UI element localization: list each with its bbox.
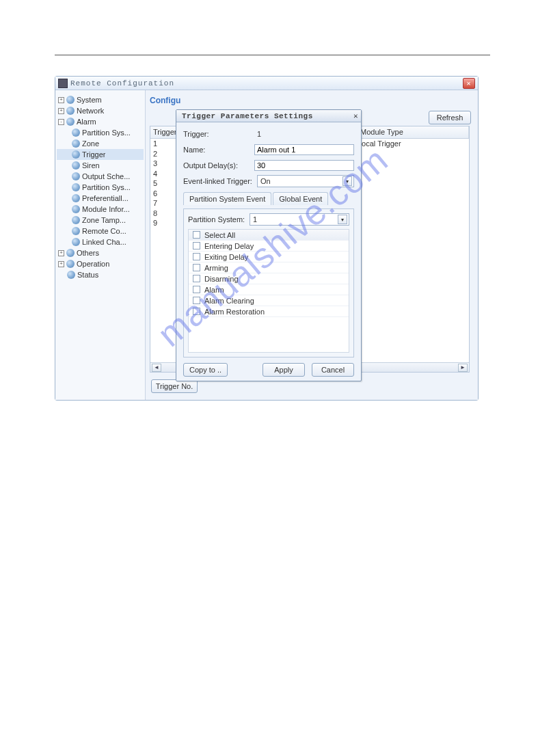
tree-node-alarm[interactable]: -Alarm [57,116,144,127]
globe-icon [66,118,75,126]
trigger-value: 1 [257,130,261,138]
cancel-button[interactable]: Cancel [312,363,354,377]
tree-label: Network [77,107,104,115]
event-label: Alarm Restoration [204,308,265,316]
tree-node-zone[interactable]: Zone [57,138,144,149]
tab-global-event[interactable]: Global Event [273,192,328,205]
checkbox-icon[interactable] [193,242,200,249]
tree-label: Status [77,271,98,279]
event-row[interactable]: Disarming [189,273,349,284]
checkbox-icon[interactable] [193,308,200,315]
tree-node-preferentiall-[interactable]: Preferentiall... [57,193,144,204]
trigger-label: Trigger: [183,130,257,138]
name-input[interactable] [254,144,354,155]
config-heading: Configu [150,96,180,105]
select-all-row[interactable]: Select All [189,230,349,241]
tree-node-partition-sys-[interactable]: Partition Sys... [57,182,144,193]
tree-node-siren[interactable]: Siren [57,160,144,171]
name-label: Name: [183,146,254,154]
globe-icon [66,260,75,268]
expand-icon[interactable]: + [58,250,64,256]
event-row[interactable]: Alarm Restoration [189,306,349,317]
event-row[interactable]: Entering Delay [189,241,349,252]
tree-label: Zone Tamp... [82,216,126,224]
globe-icon [72,172,80,180]
globe-icon [72,161,80,170]
globe-icon [72,139,80,148]
tree-label: Preferentiall... [82,194,129,202]
globe-icon [72,216,80,224]
checkbox-icon[interactable] [193,253,200,260]
tree-label: Remote Co... [82,227,126,235]
checkbox-icon[interactable] [193,231,200,239]
tree-label: Zone [82,139,99,148]
output-delay-label: Output Delay(s): [183,161,254,170]
tree-node-trigger[interactable]: Trigger [57,149,144,160]
tree-node-module-infor-[interactable]: Module Infor... [57,204,144,215]
globe-icon [66,96,75,104]
tree-label: Operation [77,260,109,268]
tree-node-operation[interactable]: +Operation [57,258,144,269]
globe-icon [72,205,80,213]
event-label: Alarm [204,286,224,294]
dialog-close-button[interactable]: ✕ [353,111,358,120]
expand-icon[interactable]: + [58,97,64,103]
trigger-parameters-dialog: Trigger Parameters Settings ✕ Trigger: 1… [176,109,362,381]
tree-label: Alarm [77,118,96,126]
event-label: Alarm Clearing [204,297,254,305]
checkbox-icon[interactable] [193,275,200,282]
collapse-icon[interactable]: - [58,119,64,125]
tree-node-network[interactable]: +Network [57,105,144,116]
tree-node-partition-sys-[interactable]: Partition Sys... [57,127,144,138]
globe-icon [72,150,80,159]
tree-label: Others [77,249,99,257]
event-row[interactable]: Exiting Delay [189,252,349,262]
globe-icon [72,183,80,191]
copy-to-button[interactable]: Copy to .. [183,363,228,377]
tree-node-linked-cha-[interactable]: Linked Cha... [57,237,144,247]
event-label: Entering Delay [204,242,254,250]
tree-node-zone-tamp-[interactable]: Zone Tamp... [57,215,144,226]
scroll-right-button[interactable]: ► [458,364,468,372]
apply-button[interactable]: Apply [263,363,305,377]
event-linked-select[interactable]: On ▾ [257,175,354,187]
window-close-button[interactable]: ✕ [463,78,475,89]
tree-node-output-sche-[interactable]: Output Sche... [57,171,144,182]
tree-label: Siren [82,161,100,170]
globe-icon [66,249,75,257]
checkbox-icon[interactable] [193,264,200,271]
col-module-type[interactable]: Module Type [358,126,469,138]
partition-system-select[interactable]: 1 ▾ [250,213,349,226]
chevron-down-icon: ▾ [338,215,347,224]
output-delay-input[interactable] [254,160,354,171]
scroll-left-button[interactable]: ◄ [152,364,161,372]
checkbox-icon[interactable] [193,297,200,304]
tree-label: Partition Sys... [82,183,131,191]
globe-icon [72,194,80,202]
trigger-no-button[interactable]: Trigger No. [151,379,198,393]
tree-node-others[interactable]: +Others [57,247,144,258]
globe-icon [72,238,80,246]
event-row[interactable]: Alarm [189,284,349,295]
tree-node-remote-co-[interactable]: Remote Co... [57,226,144,237]
tab-partition-system-event[interactable]: Partition System Event [183,192,271,205]
tree-label: Partition Sys... [82,129,131,137]
event-label: Arming [204,264,228,272]
dialog-title: Trigger Parameters Settings [182,112,313,120]
tree-label: Linked Cha... [82,238,126,246]
refresh-button[interactable]: Refresh [429,111,471,124]
window-titlebar: Remote Configuration ✕ [55,77,478,90]
globe-icon [66,107,75,115]
app-icon [58,79,68,88]
tree-node-system[interactable]: +System [57,94,144,105]
expand-icon[interactable]: + [58,261,64,267]
event-row[interactable]: Arming [189,262,349,273]
tree-label: Output Sche... [82,172,130,180]
partition-system-label: Partition System: [188,215,250,224]
event-row[interactable]: Alarm Clearing [189,295,349,306]
checkbox-icon[interactable] [193,286,200,293]
globe-icon [72,129,80,137]
event-label: Exiting Delay [204,253,248,261]
tree-node-status[interactable]: Status [57,269,144,280]
expand-icon[interactable]: + [58,108,64,114]
